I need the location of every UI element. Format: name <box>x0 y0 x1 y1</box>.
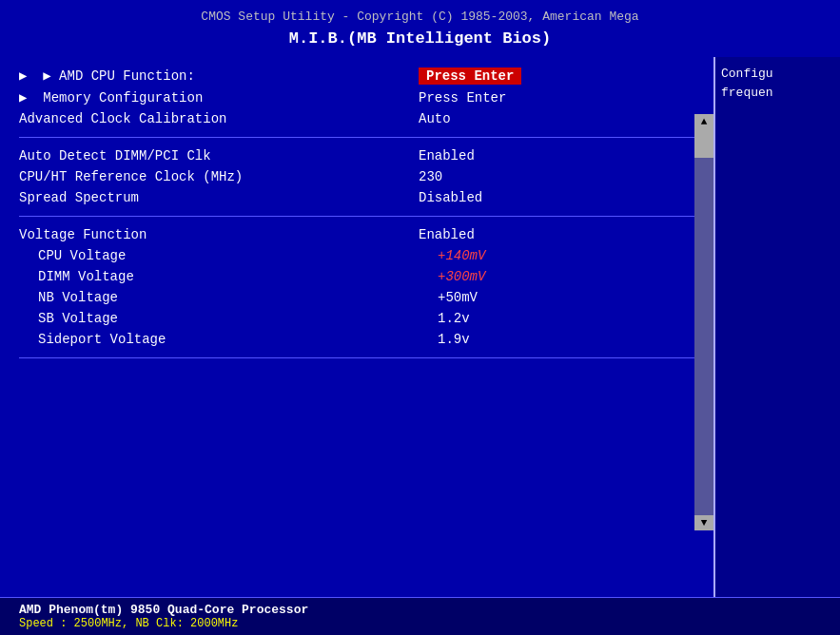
memory-config-label: ▶ Memory Configuration <box>19 89 419 106</box>
right-sidebar: Configu frequen <box>713 57 840 635</box>
nb-voltage-value: +50mV <box>438 290 478 305</box>
arrow-icon: ▶ <box>19 68 27 84</box>
voltage-function-label: Voltage Function <box>19 227 419 242</box>
mib-title: M.I.B.(MB Intelligent Bios) <box>0 26 840 53</box>
section-voltage: Voltage Function Enabled CPU Voltage +14… <box>19 224 694 350</box>
cpu-ht-label: CPU/HT Reference Clock (MHz) <box>19 169 419 184</box>
cpu-ht-value: 230 <box>419 169 442 184</box>
auto-detect-value: Enabled <box>419 148 475 164</box>
memory-config-value: Press Enter <box>419 90 506 106</box>
press-enter-highlighted: Press Enter <box>419 67 521 85</box>
bios-screen: CMOS Setup Utility - Copyright (C) 1985-… <box>0 0 840 635</box>
list-item[interactable]: Spread Spectrum Disabled <box>19 187 694 208</box>
list-item[interactable]: ▶ ▶ AMD CPU Function: Press Enter <box>19 65 694 87</box>
divider <box>19 137 694 138</box>
bottom-info-bar: AMD Phenom(tm) 9850 Quad-Core Processor … <box>0 597 840 635</box>
speed-info: Speed : 2500MHz, NB Clk: 2000MHz <box>19 617 821 630</box>
top-title: CMOS Setup Utility - Copyright (C) 1985-… <box>0 8 840 26</box>
section-cpu-memory: ▶ ▶ AMD CPU Function: Press Enter ▶ Memo… <box>19 65 694 129</box>
list-item[interactable]: Sideport Voltage 1.9v <box>19 329 694 350</box>
list-item[interactable]: SB Voltage 1.2v <box>19 308 694 329</box>
list-item[interactable]: NB Voltage +50mV <box>19 287 694 308</box>
sb-voltage-value: 1.2v <box>438 311 470 326</box>
sb-voltage-label: SB Voltage <box>38 311 438 326</box>
processor-info: AMD Phenom(tm) 9850 Quad-Core Processor <box>19 603 821 617</box>
amd-cpu-function-label: ▶ ▶ AMD CPU Function: <box>19 67 419 84</box>
amd-cpu-function-value: Press Enter <box>419 68 521 84</box>
spread-spectrum-value: Disabled <box>419 190 482 205</box>
section-clock: Auto Detect DIMM/PCI Clk Enabled CPU/HT … <box>19 145 694 208</box>
list-item[interactable]: ▶ Memory Configuration Press Enter <box>19 87 694 108</box>
scrollbar-thumb[interactable] <box>694 129 713 158</box>
list-item[interactable]: CPU Voltage +140mV <box>19 245 694 266</box>
scrollbar[interactable]: ▲ ▼ <box>694 114 713 530</box>
advanced-clock-label: Advanced Clock Calibration <box>19 111 419 126</box>
scroll-up-arrow[interactable]: ▲ <box>694 114 713 129</box>
advanced-clock-value: Auto <box>419 111 451 126</box>
spread-spectrum-label: Spread Spectrum <box>19 190 419 205</box>
header: CMOS Setup Utility - Copyright (C) 1985-… <box>0 0 840 57</box>
scroll-down-arrow[interactable]: ▼ <box>694 515 713 530</box>
divider <box>19 216 694 217</box>
arrow-icon: ▶ <box>19 90 27 106</box>
sideport-voltage-label: Sideport Voltage <box>38 332 438 347</box>
list-item[interactable]: Advanced Clock Calibration Auto <box>19 108 694 129</box>
voltage-function-value: Enabled <box>419 227 475 242</box>
auto-detect-label: Auto Detect DIMM/PCI Clk <box>19 148 419 164</box>
list-item[interactable]: Auto Detect DIMM/PCI Clk Enabled <box>19 145 694 166</box>
dimm-voltage-label: DIMM Voltage <box>38 269 438 284</box>
sideport-voltage-value: 1.9v <box>438 332 470 347</box>
list-item[interactable]: DIMM Voltage +300mV <box>19 266 694 287</box>
divider <box>19 357 694 358</box>
sidebar-text: Configu frequen <box>721 65 834 102</box>
cpu-voltage-label: CPU Voltage <box>38 248 438 263</box>
cpu-voltage-value: +140mV <box>438 248 485 263</box>
nb-voltage-label: NB Voltage <box>38 290 438 305</box>
left-panel: ▶ ▶ AMD CPU Function: Press Enter ▶ Memo… <box>0 57 713 635</box>
dimm-voltage-value: +300mV <box>438 269 485 284</box>
list-item[interactable]: Voltage Function Enabled <box>19 224 694 245</box>
scrollbar-track[interactable] <box>694 129 713 515</box>
main-layout: ▶ ▶ AMD CPU Function: Press Enter ▶ Memo… <box>0 57 840 635</box>
list-item[interactable]: CPU/HT Reference Clock (MHz) 230 <box>19 166 694 187</box>
